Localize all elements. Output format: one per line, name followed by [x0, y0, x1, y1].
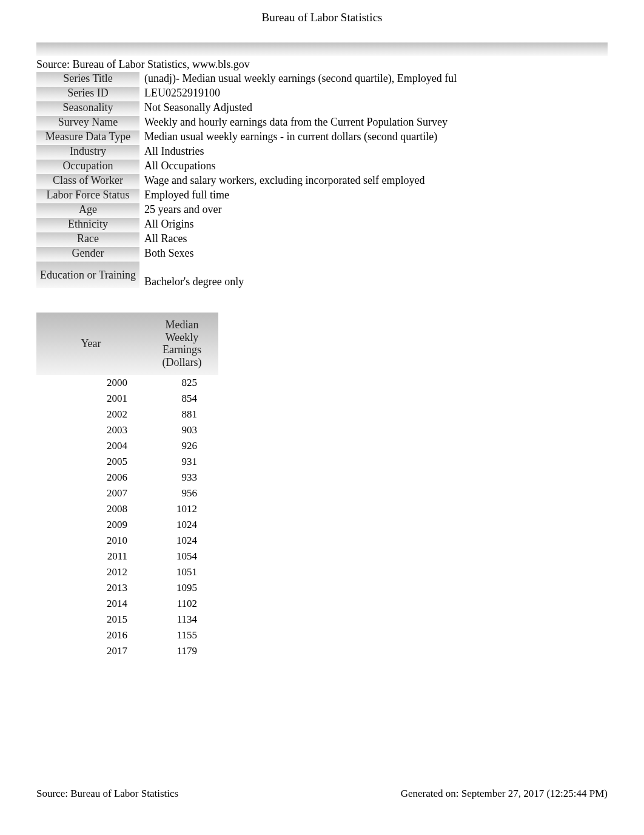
earnings-cell: 1102 [146, 596, 218, 612]
table-row: 20111054 [36, 549, 218, 564]
table-row: 2004926 [36, 438, 218, 454]
year-cell: 2009 [36, 517, 146, 533]
metadata-label: Series Title [36, 72, 139, 87]
year-cell: 2015 [36, 612, 146, 627]
metadata-label: Race [36, 232, 139, 247]
col-header-earnings: MedianWeeklyEarnings(Dollars) [146, 313, 218, 375]
table-row: 2002881 [36, 407, 218, 422]
year-cell: 2005 [36, 454, 146, 470]
metadata-value: Not Seasonally Adjusted [139, 101, 457, 116]
year-cell: 2010 [36, 533, 146, 549]
earnings-cell: 1054 [146, 549, 218, 564]
metadata-row: EthnicityAll Origins [36, 218, 457, 232]
metadata-label: Survey Name [36, 116, 139, 130]
metadata-row: Survey NameWeekly and hourly earnings da… [36, 116, 457, 130]
earnings-cell: 903 [146, 422, 218, 438]
year-cell: 2000 [36, 375, 146, 391]
table-row: 20151134 [36, 612, 218, 627]
metadata-label: Measure Data Type [36, 130, 139, 145]
earnings-cell: 881 [146, 407, 218, 422]
metadata-value: 25 years and over [139, 203, 457, 218]
year-cell: 2006 [36, 470, 146, 485]
metadata-value: All Occupations [139, 160, 457, 174]
metadata-label: Class of Worker [36, 174, 139, 189]
metadata-label: Gender [36, 247, 139, 262]
year-cell: 2007 [36, 485, 146, 501]
metadata-value: Both Sexes [139, 247, 457, 262]
year-cell: 2016 [36, 627, 146, 643]
metadata-row: Series IDLEU0252919100 [36, 87, 457, 101]
year-cell: 2002 [36, 407, 146, 422]
metadata-row: Class of WorkerWage and salary workers, … [36, 174, 457, 189]
table-row: 2007956 [36, 485, 218, 501]
year-cell: 2011 [36, 549, 146, 564]
table-row: 20141102 [36, 596, 218, 612]
earnings-cell: 956 [146, 485, 218, 501]
table-row: 20171179 [36, 643, 218, 659]
year-cell: 2003 [36, 422, 146, 438]
metadata-row: Measure Data TypeMedian usual weekly ear… [36, 130, 457, 145]
metadata-value: All Origins [139, 218, 457, 232]
metadata-row: Labor Force StatusEmployed full time [36, 189, 457, 203]
earnings-cell: 1179 [146, 643, 218, 659]
metadata-row: Age25 years and over [36, 203, 457, 218]
earnings-cell: 926 [146, 438, 218, 454]
table-row: 20091024 [36, 517, 218, 533]
metadata-label: Ethnicity [36, 218, 139, 232]
metadata-row: Series Title(unadj)- Median usual weekly… [36, 72, 457, 87]
year-cell: 2014 [36, 596, 146, 612]
page-title: Bureau of Labor Statistics [0, 0, 644, 42]
earnings-cell: 1095 [146, 580, 218, 596]
metadata-value: Median usual weekly earnings - in curren… [139, 130, 457, 145]
metadata-value: All Industries [139, 145, 457, 160]
earnings-cell: 933 [146, 470, 218, 485]
metadata-row: SeasonalityNot Seasonally Adjusted [36, 101, 457, 116]
footer: Source: Bureau of Labor Statistics Gener… [0, 788, 644, 800]
earnings-cell: 825 [146, 375, 218, 391]
metadata-label: Occupation [36, 160, 139, 174]
year-cell: 2008 [36, 501, 146, 517]
metadata-value: LEU0252919100 [139, 87, 457, 101]
metadata-row: GenderBoth Sexes [36, 247, 457, 262]
metadata-label: Labor Force Status [36, 189, 139, 203]
table-row: 2000825 [36, 375, 218, 391]
table-row: 20101024 [36, 533, 218, 549]
footer-generated: Generated on: September 27, 2017 (12:25:… [401, 788, 608, 800]
metadata-label: Industry [36, 145, 139, 160]
metadata-row: RaceAll Races [36, 232, 457, 247]
metadata-row: OccupationAll Occupations [36, 160, 457, 174]
year-cell: 2001 [36, 391, 146, 407]
metadata-row: IndustryAll Industries [36, 145, 457, 160]
metadata-row: Education or TrainingBachelor's degree o… [36, 262, 457, 288]
earnings-cell: 1134 [146, 612, 218, 627]
earnings-cell: 931 [146, 454, 218, 470]
table-row: 20131095 [36, 580, 218, 596]
table-row: 2003903 [36, 422, 218, 438]
table-row: 20081012 [36, 501, 218, 517]
year-cell: 2017 [36, 643, 146, 659]
metadata-value: Employed full time [139, 189, 457, 203]
col-header-year: Year [36, 313, 146, 375]
year-cell: 2012 [36, 564, 146, 580]
earnings-cell: 1155 [146, 627, 218, 643]
metadata-value: (unadj)- Median usual weekly earnings (s… [139, 72, 457, 87]
earnings-cell: 1051 [146, 564, 218, 580]
metadata-value: Wage and salary workers, excluding incor… [139, 174, 457, 189]
table-row: 2005931 [36, 454, 218, 470]
metadata-value: Bachelor's degree only [139, 262, 457, 288]
earnings-cell: 1012 [146, 501, 218, 517]
year-cell: 2013 [36, 580, 146, 596]
divider-bar [36, 42, 608, 56]
metadata-value: Weekly and hourly earnings data from the… [139, 116, 457, 130]
earnings-cell: 1024 [146, 533, 218, 549]
table-row: 2006933 [36, 470, 218, 485]
footer-source: Source: Bureau of Labor Statistics [36, 788, 178, 800]
data-table: Year MedianWeeklyEarnings(Dollars) 20008… [36, 313, 218, 659]
earnings-cell: 1024 [146, 517, 218, 533]
metadata-table: Series Title(unadj)- Median usual weekly… [36, 72, 457, 288]
year-cell: 2004 [36, 438, 146, 454]
metadata-label: Age [36, 203, 139, 218]
metadata-value: All Races [139, 232, 457, 247]
source-line: Source: Bureau of Labor Statistics, www.… [36, 58, 644, 71]
table-row: 2001854 [36, 391, 218, 407]
